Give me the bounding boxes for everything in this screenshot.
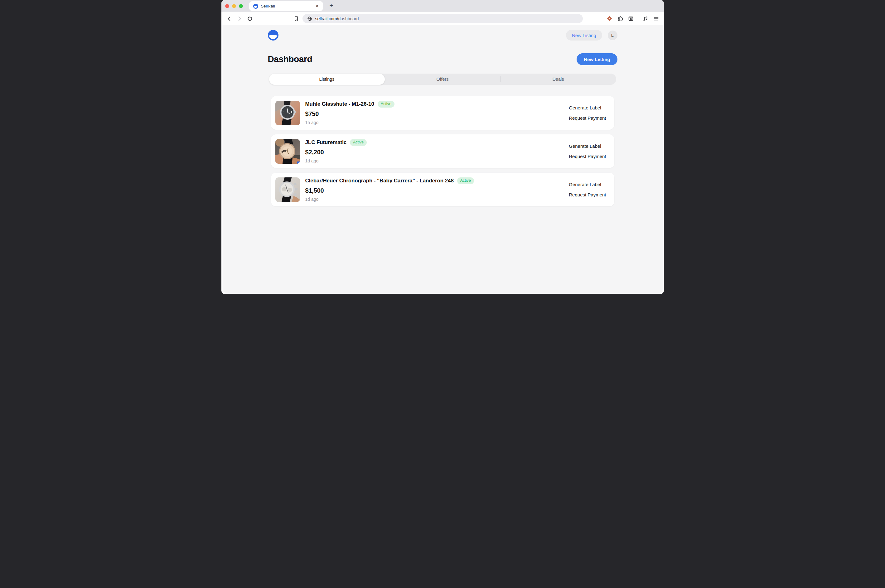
zoom-window-button[interactable] — [239, 4, 243, 8]
listing-time: 1d ago — [305, 197, 474, 202]
menu-hamburger-icon[interactable] — [652, 15, 660, 22]
generate-label-link[interactable]: Generate Label — [569, 143, 601, 149]
listing-row-clebar[interactable]: Clebar/Heuer Chronograph - "Baby Carrera… — [271, 173, 614, 206]
back-icon[interactable] — [226, 15, 232, 22]
status-badge: Active — [378, 101, 394, 108]
forward-icon[interactable] — [236, 15, 243, 22]
close-window-button[interactable] — [225, 4, 229, 8]
listing-row-muhle[interactable]: Muhle Glasshute - M1-26-10 Active $750 1… — [271, 96, 614, 130]
assistant-starburst-icon[interactable] — [606, 15, 613, 22]
tab-divider — [500, 76, 501, 82]
find-in-page-icon[interactable] — [627, 15, 634, 22]
listing-price: $750 — [305, 110, 394, 117]
sellrail-logo-icon[interactable] — [268, 30, 279, 40]
status-badge: Active — [457, 177, 474, 184]
page-content: New Listing L Dashboard New Listing List… — [223, 25, 663, 293]
tab-title: SellRail — [261, 4, 315, 8]
url-bar[interactable]: sellrail.com/dashboard — [303, 14, 583, 23]
toolbar-divider — [638, 16, 638, 21]
request-payment-link[interactable]: Request Payment — [569, 192, 606, 197]
bookmark-icon[interactable] — [293, 15, 300, 22]
browser-toolbar: sellrail.com/dashboard — [221, 12, 664, 25]
traffic-lights — [221, 4, 243, 8]
url-text: sellrail.com/dashboard — [315, 16, 359, 21]
listing-time: 1d ago — [305, 158, 367, 164]
listing-title: Clebar/Heuer Chronograph - "Baby Carrera… — [305, 178, 454, 184]
tab-listings[interactable]: Listings — [269, 74, 385, 85]
minimize-window-button[interactable] — [232, 4, 236, 8]
media-music-icon[interactable] — [642, 15, 649, 22]
listing-time: 1h ago — [305, 120, 394, 125]
listings-list: Muhle Glasshute - M1-26-10 Active $750 1… — [271, 96, 614, 206]
extensions-puzzle-icon[interactable] — [617, 15, 624, 22]
new-listing-button[interactable]: New Listing — [577, 53, 617, 65]
generate-label-link[interactable]: Generate Label — [569, 105, 601, 110]
page-title: Dashboard — [268, 54, 312, 64]
request-payment-link[interactable]: Request Payment — [569, 154, 606, 159]
tab-offers[interactable]: Offers — [385, 74, 501, 85]
header-new-listing-button[interactable]: New Listing — [566, 30, 602, 40]
browser-window: SellRail ✕ + — [221, 0, 664, 294]
generate-label-link[interactable]: Generate Label — [569, 182, 601, 187]
globe-icon — [307, 16, 312, 21]
browser-tab-strip: SellRail ✕ + — [221, 0, 664, 12]
listing-row-jlc[interactable]: JLC Futurematic Active $2,200 1d ago Gen… — [271, 134, 614, 168]
request-payment-link[interactable]: Request Payment — [569, 116, 606, 121]
listing-thumbnail — [275, 139, 300, 164]
app-header: New Listing L — [268, 25, 618, 40]
listing-title: JLC Futurematic — [305, 140, 347, 146]
status-badge: Active — [350, 139, 367, 146]
sellrail-favicon-icon — [253, 4, 258, 9]
listing-price: $2,200 — [305, 149, 367, 156]
new-tab-button[interactable]: + — [328, 3, 334, 10]
listing-price: $1,500 — [305, 187, 474, 194]
browser-tab[interactable]: SellRail ✕ — [249, 1, 323, 11]
close-tab-icon[interactable]: ✕ — [314, 3, 320, 9]
avatar[interactable]: L — [608, 30, 618, 40]
tab-deals[interactable]: Deals — [501, 74, 616, 85]
reload-icon[interactable] — [246, 15, 253, 22]
listing-title: Muhle Glasshute - M1-26-10 — [305, 101, 374, 107]
listing-thumbnail — [275, 101, 300, 125]
listings-tab-bar: Listings Offers Deals — [269, 74, 616, 85]
listing-thumbnail — [275, 177, 300, 202]
